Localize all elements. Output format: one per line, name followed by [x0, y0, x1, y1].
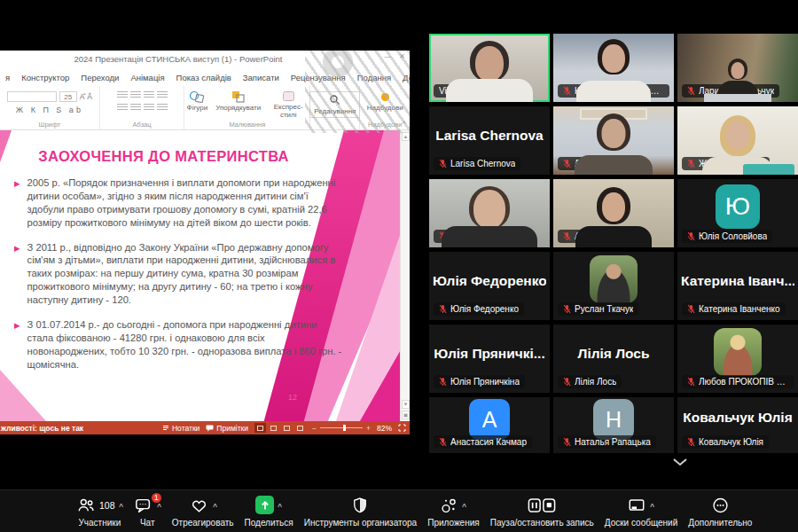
slideshow-view-button[interactable]	[294, 423, 306, 433]
share-arrow-icon	[259, 499, 271, 512]
arrange-button[interactable]: Упорядкувати	[215, 90, 261, 113]
tab-animations[interactable]: Анімація	[130, 73, 164, 82]
participant-tile[interactable]: ЮЮлія Соловйова	[677, 179, 798, 247]
boards-button[interactable]: ∧ Доски сообщений	[599, 494, 684, 529]
participant-tile[interactable]: ААнастасия Качмар	[429, 397, 550, 453]
apps-button[interactable]: ∧ Приложения	[422, 494, 485, 529]
next-slide-icon[interactable]: ▣	[402, 411, 410, 419]
addin-icon[interactable]	[381, 93, 389, 101]
shield-icon	[351, 497, 369, 514]
editing-button[interactable]: Редагування	[309, 91, 360, 118]
tab-help[interactable]: Довідка	[403, 73, 410, 82]
participant-tile[interactable]: Руслан Ткачук	[553, 252, 674, 320]
participant-name-label: Любов ПРОКОПІВ (Liubo...	[682, 375, 794, 388]
participant-tile[interactable]: Viktoriia Stynska	[429, 34, 550, 102]
tab-view[interactable]: Подання	[357, 73, 391, 82]
ppt-ribbon-tabs: я Конструктор Переходи Анімація Показ сл…	[0, 69, 410, 86]
participant-tile[interactable]: Larisa ChernovaLarisa Chernova	[429, 106, 550, 175]
scroll-up-icon[interactable]: ▲	[402, 132, 410, 141]
chevron-up-icon[interactable]: ∧	[156, 502, 162, 509]
tab-partial[interactable]: я	[5, 73, 10, 82]
chevron-up-icon[interactable]: ∧	[277, 502, 283, 509]
participant-tile[interactable]: Лілія ЛосьЛілія Лось	[553, 325, 674, 393]
bullets-icon[interactable]	[117, 91, 128, 99]
slide-sorter-view-button[interactable]	[268, 423, 279, 433]
gallery-scroll-down-button[interactable]	[663, 453, 697, 471]
mic-muted-icon	[563, 377, 571, 387]
font-size-box[interactable]: 25	[59, 91, 77, 102]
shared-screen-powerpoint[interactable]: 2024 Презентація СТИНСЬКА виступ (1) - P…	[0, 51, 410, 434]
columns-icon[interactable]	[157, 104, 168, 112]
tab-review[interactable]: Рецензування	[291, 73, 346, 82]
normal-view-button[interactable]	[254, 423, 266, 433]
zoom-meeting-window: 2024 Презентація СТИНСЬКА виступ (1) - P…	[0, 0, 798, 532]
font-name-box[interactable]	[7, 91, 57, 102]
tab-record[interactable]: Записати	[243, 73, 279, 82]
minimize-icon[interactable]: —	[384, 52, 391, 60]
zoom-out-icon	[312, 424, 317, 433]
close-icon[interactable]: ✕	[399, 52, 405, 60]
participant-name-label: Юлія Пряничкіна	[434, 375, 525, 388]
chevron-up-icon[interactable]: ∧	[212, 502, 218, 509]
slide-page-number: 12	[288, 393, 297, 402]
scroll-down-icon[interactable]: ▼	[402, 400, 410, 409]
notes-button[interactable]: Нотатки	[162, 424, 200, 433]
shapes-button[interactable]: Фігури	[187, 90, 208, 113]
shrink-font-icon[interactable]: А̌	[87, 92, 92, 101]
ppt-titlebar: 2024 Презентація СТИНСЬКА виступ (1) - P…	[0, 51, 410, 69]
tab-slideshow[interactable]: Показ слайдів	[176, 73, 231, 82]
participant-tile[interactable]: Леся Гарнага	[553, 106, 674, 175]
participant-tile[interactable]: Жанна Димокур	[677, 106, 798, 175]
participant-tile[interactable]: Кафедра соціальної пед...	[553, 34, 674, 102]
participant-tile[interactable]: Любов ПРОКОПІВ (Liubo...	[677, 325, 798, 393]
participant-tile[interactable]: ННаталья Рапацька	[553, 397, 674, 453]
chevron-up-icon[interactable]: ∧	[649, 502, 655, 509]
slide-bullet-list: 2005 р. «Порядок призначення і виплати д…	[14, 176, 343, 372]
align-left-icon[interactable]	[117, 104, 128, 112]
bullet-text: З 2011 р., відповідно до Закону України …	[27, 241, 343, 307]
addins-button[interactable]: Надбудови	[367, 104, 403, 112]
participant-tile[interactable]: Ковальчук ЮліяКовальчук Юлія	[677, 397, 798, 453]
indent-icon[interactable]	[144, 91, 154, 99]
mic-muted-icon	[687, 231, 695, 241]
participant-tile[interactable]: Юлія Пустовалова	[429, 179, 550, 247]
vertical-scrollbar[interactable]: ▲ ▼ ▣	[400, 130, 410, 421]
zoom-level[interactable]: 82%	[377, 424, 392, 433]
participant-tile[interactable]: Катерина Іванч...Катерина Іванченко	[677, 252, 798, 320]
participant-display-name: Larisa Chernova	[433, 128, 546, 144]
fit-to-window-icon[interactable]	[398, 424, 406, 432]
chat-button[interactable]: 1 ∧ Чат	[129, 494, 167, 529]
zoom-slider-thumb[interactable]	[343, 425, 346, 431]
align-right-icon[interactable]	[144, 104, 154, 112]
chevron-up-icon[interactable]: ∧	[118, 502, 124, 509]
participant-tile[interactable]: Юлія Пряничкі...Юлія Пряничкіна	[429, 325, 550, 393]
share-button[interactable]: ∧ Поделиться	[239, 494, 299, 529]
accessibility-warning[interactable]: жливості: щось не так	[1, 424, 83, 433]
react-button[interactable]: ∧ Отреагировать	[167, 494, 239, 529]
participant-tile[interactable]: Лариса Данильчук	[677, 34, 798, 102]
numbering-icon[interactable]	[130, 91, 141, 99]
reading-view-button[interactable]	[281, 423, 293, 433]
line-spacing-icon[interactable]	[157, 91, 168, 99]
participant-avatar-letter: А	[469, 399, 510, 440]
comments-button[interactable]: Примітки	[206, 424, 248, 433]
align-center-icon[interactable]	[130, 104, 141, 112]
ppt-ribbon: 25 А̂ А̌ Ж К П S ab Шрифт Абзац Фігури	[0, 86, 410, 130]
record-pause-stop-button[interactable]: Пауза/остановить запись	[485, 494, 599, 529]
tab-design[interactable]: Конструктор	[21, 73, 69, 82]
tab-transitions[interactable]: Переходи	[81, 73, 119, 82]
quick-styles-button[interactable]: Експрес-стилі	[269, 90, 308, 120]
more-button[interactable]: Дополнительно	[683, 494, 757, 529]
host-tools-button[interactable]: Инструменты организатора	[299, 494, 422, 529]
participants-button[interactable]: 108 ∧ Участники	[71, 494, 129, 529]
mic-muted-icon	[563, 304, 571, 314]
participants-icon	[76, 497, 96, 514]
ribbon-collapse-icon[interactable]: ⌃	[401, 121, 407, 129]
zoom-slider[interactable]	[312, 424, 371, 433]
bullet-text: 2005 р. «Порядок призначення і виплати д…	[27, 176, 343, 230]
participant-tile[interactable]: Юлія ФедоренкоЮлія Федоренко	[429, 252, 550, 320]
grow-font-icon[interactable]: А̂	[80, 92, 85, 101]
participant-tile[interactable]: Анна Похвала	[553, 179, 674, 247]
font-format-buttons[interactable]: Ж К П S ab	[16, 106, 83, 114]
chevron-up-icon[interactable]: ∧	[461, 502, 467, 509]
